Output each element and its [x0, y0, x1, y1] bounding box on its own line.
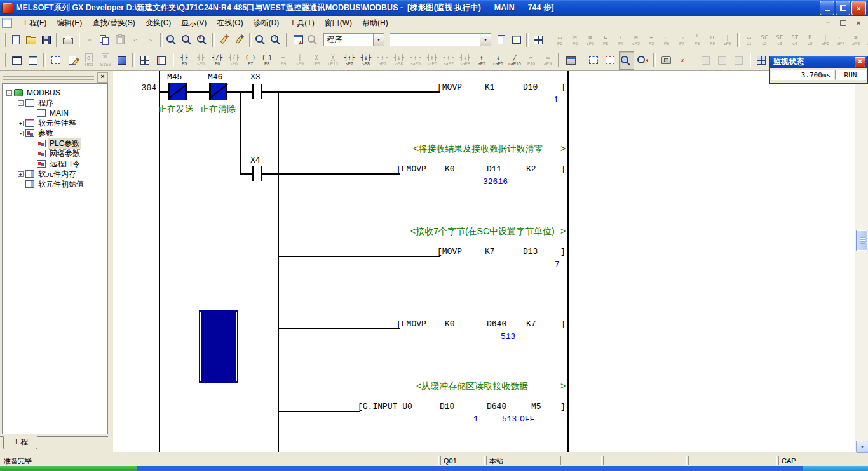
- pulse-rise-contact-button[interactable]: ┤↑├sF7: [342, 51, 357, 70]
- tree-item-modbus-root[interactable]: -MODBUS: [3, 88, 107, 98]
- menu-查找/替换[interactable]: 查找/替换(S): [87, 16, 140, 30]
- instruction-arg[interactable]: D10: [440, 402, 454, 411]
- tree-item-plc-parameter[interactable]: PLC参数: [3, 138, 107, 149]
- toolbar-grip[interactable]: [3, 33, 6, 47]
- project-data-list-button[interactable]: [494, 32, 508, 48]
- mdi-document-icon[interactable]: [2, 18, 12, 28]
- instruction-arg[interactable]: D10: [523, 83, 538, 92]
- vertical-scrollbar[interactable]: ▲ ▼: [855, 71, 868, 452]
- new-button[interactable]: [9, 32, 23, 48]
- ladder-canvas[interactable]: 304 M45 M46 X3 正在发送 正在清除 [MOVP K1 D10 ] …: [113, 71, 855, 452]
- instruction-arg[interactable]: D640: [487, 402, 506, 411]
- restore-button[interactable]: [836, 1, 850, 15]
- pulse-fall-contact-button[interactable]: ┤↓├sF8: [358, 51, 374, 70]
- instruction-arg[interactable]: M5: [531, 402, 541, 411]
- open-button[interactable]: [24, 32, 38, 48]
- program-type-combo[interactable]: 程序 ▼: [323, 33, 384, 46]
- menu-窗口[interactable]: 窗口(W): [320, 16, 357, 30]
- program-check-button[interactable]: [531, 32, 545, 48]
- tree-item-remote-password[interactable]: 远程口令: [3, 159, 107, 169]
- write-mode-button[interactable]: [65, 51, 80, 70]
- rising-pulse-op-button[interactable]: ↑aF5: [474, 51, 489, 70]
- zoom-in-button[interactable]: [269, 32, 283, 48]
- instruction-arg[interactable]: D640: [487, 319, 506, 329]
- ladder-mode-button[interactable]: [9, 51, 24, 70]
- tree-expander[interactable]: -: [18, 100, 24, 106]
- instruction-op[interactable]: [G.INPUT U0: [358, 402, 412, 411]
- tree-expander[interactable]: -: [6, 90, 12, 96]
- menu-编辑[interactable]: 编辑(E): [51, 16, 87, 30]
- menu-显示[interactable]: 显示(V): [176, 16, 212, 30]
- menu-帮助[interactable]: 帮助(H): [357, 16, 393, 30]
- find-string-button[interactable]: [196, 32, 210, 48]
- zoom-out-button[interactable]: [254, 32, 268, 48]
- close-contact-button[interactable]: ┤/├F6: [210, 51, 225, 70]
- print-button[interactable]: [61, 32, 75, 48]
- scrollbar-thumb[interactable]: [856, 230, 868, 251]
- chevron-down-icon[interactable]: ▼: [480, 34, 491, 46]
- sidebar-splitter[interactable]: [108, 71, 113, 452]
- monitor-status-titlebar[interactable]: 监视状态 ×: [770, 56, 867, 68]
- ladder-cursor[interactable]: [199, 310, 238, 383]
- close-button[interactable]: ×: [851, 1, 866, 15]
- monitor-start-button[interactable]: [619, 51, 634, 70]
- sidebar-close-button[interactable]: ×: [97, 72, 108, 83]
- falling-pulse-op-button[interactable]: ↓caF5: [491, 51, 506, 70]
- menu-在线[interactable]: 在线(O): [212, 16, 248, 30]
- scroll-down-button[interactable]: ▼: [856, 441, 868, 453]
- tree-expander[interactable]: +: [18, 171, 24, 177]
- contact-x3[interactable]: [252, 84, 254, 99]
- comment-display-button[interactable]: [510, 32, 524, 48]
- instruction-list-mode-button[interactable]: [25, 51, 41, 70]
- open-contact-button[interactable]: ┤├F5: [177, 51, 192, 70]
- tree-expander[interactable]: +: [18, 121, 24, 126]
- contact-x4[interactable]: [252, 166, 254, 181]
- menu-诊断[interactable]: 诊断(D): [248, 16, 285, 30]
- monitor-edit-button[interactable]: [635, 51, 651, 70]
- read-mode-button[interactable]: [48, 51, 64, 70]
- tree-item-device-memory[interactable]: +软元件内存: [3, 169, 107, 179]
- contact-x4[interactable]: [261, 166, 262, 181]
- instruction-arg[interactable]: K7: [485, 247, 495, 256]
- instruction-op[interactable]: [FMOVP: [397, 319, 426, 329]
- menu-变换[interactable]: 变换(C): [140, 16, 177, 30]
- instruction-arg[interactable]: K2: [526, 164, 536, 174]
- start-button-fragment[interactable]: [0, 466, 137, 471]
- device-test-button[interactable]: [217, 32, 231, 48]
- mdi-minimize-button[interactable]: −: [822, 18, 834, 28]
- mdi-close-button[interactable]: ×: [853, 18, 864, 28]
- instruction-arg[interactable]: K7: [526, 319, 536, 329]
- switch-window-button[interactable]: [291, 32, 305, 48]
- coil-button[interactable]: ( )F7: [243, 51, 258, 70]
- invert-operation-button[interactable]: ╱caF10: [507, 51, 522, 70]
- chevron-down-icon[interactable]: ▼: [373, 34, 384, 46]
- tree-item-device-init-value[interactable]: 软元件初始值: [3, 179, 107, 189]
- tree-item-device-comment[interactable]: +软元件注释: [3, 118, 107, 128]
- buffer-memory-monitor-button[interactable]: [754, 51, 769, 70]
- instruction-op[interactable]: [FMOVP: [397, 164, 426, 174]
- menu-工程[interactable]: 工程(F): [17, 16, 51, 30]
- system-tray-fragment[interactable]: [803, 466, 868, 471]
- remote-operation-button[interactable]: [658, 51, 674, 70]
- instruction-arg[interactable]: D11: [487, 164, 501, 174]
- find-instruction-button[interactable]: [180, 32, 194, 48]
- menu-工具[interactable]: 工具(T): [284, 16, 319, 30]
- monitor-write-mode-button[interactable]: [602, 51, 618, 70]
- toolbar-grip[interactable]: [3, 53, 6, 67]
- tree-item-parameter[interactable]: -参数: [3, 128, 107, 138]
- contact-x3[interactable]: [261, 84, 262, 99]
- macro-button[interactable]: [114, 51, 130, 70]
- minimize-button[interactable]: [820, 1, 834, 15]
- instruction-arg[interactable]: K0: [445, 164, 455, 174]
- monitor-stop-button[interactable]: ✗: [675, 51, 690, 70]
- entry-data-monitor-button[interactable]: [154, 51, 169, 70]
- instruction-op[interactable]: [MOVP: [437, 83, 462, 92]
- mdi-restore-button[interactable]: [837, 18, 849, 28]
- tree-item-network-parameter[interactable]: 网络参数: [3, 149, 107, 159]
- application-instruction-button[interactable]: { }F8: [259, 51, 275, 70]
- tree-item-main[interactable]: MAIN: [3, 108, 107, 118]
- monitor-close-button[interactable]: ×: [855, 57, 865, 67]
- device-batch-button[interactable]: [233, 32, 247, 48]
- save-button[interactable]: [39, 32, 53, 48]
- search-combo[interactable]: ▼: [390, 33, 491, 46]
